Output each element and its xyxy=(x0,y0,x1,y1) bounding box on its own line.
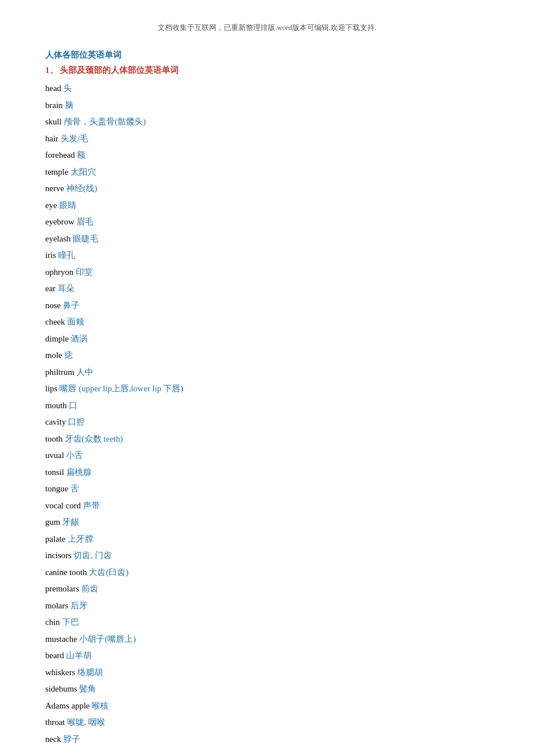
vocab-item: brain 脑 xyxy=(45,98,489,113)
vocab-item: sidebums 鬓角 xyxy=(45,682,489,697)
vocab-cn: 太阳穴 xyxy=(71,167,96,176)
vocab-cn: 颅骨，头盖骨(骷髅头) xyxy=(64,117,146,126)
vocab-en: mole xyxy=(45,351,64,360)
vocab-item: skull 颅骨，头盖骨(骷髅头) xyxy=(45,115,489,129)
vocab-item: cavity 口腔 xyxy=(45,415,489,430)
vocab-en: head xyxy=(45,84,63,93)
vocab-en: premolars xyxy=(45,584,81,593)
vocab-en: dimple xyxy=(45,334,71,343)
vocab-item: uvual 小舌 xyxy=(45,448,489,463)
vocab-en: gum xyxy=(45,517,62,526)
vocab-en: cheek xyxy=(45,317,67,326)
vocab-cn: 鼻子 xyxy=(63,301,80,310)
vocab-en: nose xyxy=(45,301,63,310)
vocab-en: Adams apple xyxy=(45,701,92,710)
vocab-en: iris xyxy=(45,250,58,260)
vocab-en: tonsil xyxy=(45,468,66,477)
vocab-cn: 切齿, 门齿 xyxy=(73,551,112,560)
vocab-cn: 眼睛 xyxy=(59,201,76,210)
vocab-en: brain xyxy=(45,101,65,110)
vocab-en: mustache xyxy=(45,634,79,643)
vocab-en: lips xyxy=(45,384,59,393)
vocab-item: tonsil 扁桃腺 xyxy=(45,465,489,480)
vocab-item: palate 上牙膛 xyxy=(45,532,489,547)
vocab-item: mole 痣 xyxy=(45,348,489,363)
vocab-en: chin xyxy=(45,617,62,627)
vocab-cn: 人中 xyxy=(76,368,93,377)
vocab-en: temple xyxy=(45,167,71,176)
vocab-cn: 酒涡 xyxy=(71,334,88,343)
vocab-en: skull xyxy=(45,117,64,126)
vocab-en: palate xyxy=(45,534,68,543)
vocab-cn: 脑 xyxy=(65,101,73,110)
vocab-item: premolars 前齿 xyxy=(45,582,489,597)
vocab-en: hair xyxy=(45,134,60,143)
top-notice: 文档收集于互联网，已重新整理排版.word版本可编辑.欢迎下载支持. xyxy=(45,23,489,33)
vocab-item: canine tooth 大齿(臼齿) xyxy=(45,565,489,580)
vocab-cn: 脖子 xyxy=(63,735,80,744)
vocab-en: neck xyxy=(45,735,63,744)
vocab-cn: 小胡子(嘴唇上) xyxy=(79,634,136,643)
vocab-cn: 山羊胡 xyxy=(66,651,92,660)
vocab-en: nerve xyxy=(45,184,66,193)
vocab-item: mouth 口 xyxy=(45,399,489,413)
vocab-item: tongue 舌 xyxy=(45,482,489,496)
vocab-en: whiskers xyxy=(45,668,77,677)
vocab-en: cavity xyxy=(45,417,68,426)
vocab-cn: 舌 xyxy=(71,484,79,493)
vocab-item: ophryon 印堂 xyxy=(45,265,489,280)
vocab-item: beard 山羊胡 xyxy=(45,649,489,663)
vocab-cn: 眼睫毛 xyxy=(73,234,98,243)
vocab-cn: 牙齿(众数 teeth) xyxy=(65,434,123,443)
vocab-cn: 声带 xyxy=(83,501,100,510)
vocab-list: head 头brain 脑skull 颅骨，头盖骨(骷髅头)hair 头发/毛f… xyxy=(45,81,489,746)
vocab-item: philtrum 人中 xyxy=(45,365,489,380)
vocab-item: cheek 面颊 xyxy=(45,315,489,330)
vocab-item: iris 瞳孔 xyxy=(45,248,489,263)
vocab-cn: 前齿 xyxy=(81,584,98,593)
vocab-en: throat xyxy=(45,718,67,727)
vocab-cn: 口腔 xyxy=(68,417,85,426)
vocab-en: tongue xyxy=(45,484,71,493)
vocab-en: forehead xyxy=(45,150,77,159)
section-title: 1、 头部及颈部的人体部位英语单词 xyxy=(45,65,489,76)
vocab-en: philtrum xyxy=(45,368,76,377)
vocab-en: molars xyxy=(45,601,71,610)
vocab-item: neck 脖子 xyxy=(45,732,489,747)
vocab-cn: 络腮胡 xyxy=(77,668,103,677)
vocab-item: eyebrow 眉毛 xyxy=(45,215,489,230)
vocab-item: dimple 酒涡 xyxy=(45,332,489,347)
vocab-cn: 痣 xyxy=(64,351,73,360)
vocab-en: vocal cord xyxy=(45,501,83,510)
vocab-en: eye xyxy=(45,201,59,210)
vocab-item: head 头 xyxy=(45,81,489,96)
vocab-cn: 嘴唇 (upper lip上唇,lower lip 下唇) xyxy=(59,384,183,393)
vocab-en: incisors xyxy=(45,551,73,560)
vocab-cn: 眉毛 xyxy=(76,217,93,226)
vocab-cn: 耳朵 xyxy=(58,284,75,293)
vocab-item: mustache 小胡子(嘴唇上) xyxy=(45,632,489,647)
vocab-en: uvual xyxy=(45,451,66,460)
vocab-cn: 鬓角 xyxy=(79,684,96,693)
vocab-item: nose 鼻子 xyxy=(45,299,489,313)
vocab-en: canine tooth xyxy=(45,568,89,577)
vocab-item: molars 后牙 xyxy=(45,599,489,614)
page: 文档收集于互联网，已重新整理排版.word版本可编辑.欢迎下载支持. 人体各部位… xyxy=(0,0,534,756)
vocab-cn: 瞳孔 xyxy=(58,250,75,260)
vocab-en: eyebrow xyxy=(45,217,76,226)
vocab-cn: 上牙膛 xyxy=(68,534,93,543)
vocab-item: lips 嘴唇 (upper lip上唇,lower lip 下唇) xyxy=(45,382,489,396)
vocab-cn: 喉核 xyxy=(92,701,108,710)
vocab-item: whiskers 络腮胡 xyxy=(45,666,489,680)
vocab-cn: 额 xyxy=(77,150,85,159)
vocab-en: sidebums xyxy=(45,684,79,693)
vocab-item: hair 头发/毛 xyxy=(45,132,489,146)
vocab-en: tooth xyxy=(45,434,65,443)
vocab-item: ear 耳朵 xyxy=(45,282,489,296)
vocab-en: beard xyxy=(45,651,66,660)
vocab-cn: 口 xyxy=(69,401,77,410)
vocab-cn: 后牙 xyxy=(71,601,88,610)
vocab-cn: 扁桃腺 xyxy=(66,468,92,477)
vocab-cn: 头发/毛 xyxy=(60,134,88,143)
vocab-cn: 喉咙, 咽喉 xyxy=(67,718,106,727)
